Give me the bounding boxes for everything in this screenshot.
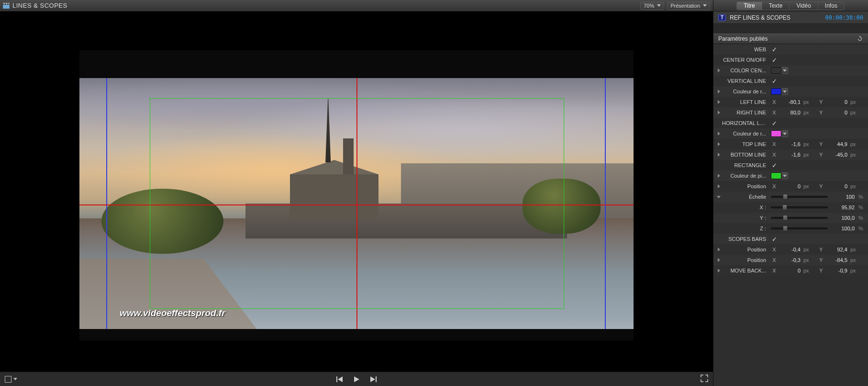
svg-rect-0 [3,4,10,9]
slider-echelle-y[interactable] [771,217,828,219]
tab-texte[interactable]: Texte [762,1,790,10]
value-x[interactable]: 0 [779,268,801,273]
tab-video[interactable]: Vidéo [789,1,818,10]
value-y[interactable]: -0,9 [826,268,848,273]
value-y[interactable]: 92,4 [826,247,848,252]
prev-frame-button[interactable] [336,376,344,383]
param-center-onoff: CENTER ON/OFF ✓ [713,55,868,65]
crop-tool-button[interactable] [5,376,17,383]
svg-marker-7 [859,36,860,38]
checkbox-web[interactable]: ✓ [771,46,777,53]
param-color-rectangle: Couleur de pi... [713,170,868,181]
param-move-back: MOVE BACK... X 0 px Y -0,9 px [713,265,868,276]
tab-titre[interactable]: Titre [736,1,762,10]
param-label: Z : [722,226,769,231]
svg-rect-2 [336,376,337,382]
slider-echelle-x[interactable] [771,206,828,208]
next-frame-button[interactable] [369,376,377,383]
chevron-down-icon [703,4,707,7]
checkbox-scopes-bars[interactable]: ✓ [771,236,777,243]
color-swatch-vertical[interactable] [771,88,788,95]
param-right-line: RIGHT LINE X 80,0 px Y 0 px [713,107,868,118]
value-y[interactable]: 0 [826,110,848,115]
viewer-footer [0,372,713,386]
param-label: X : [722,204,769,210]
svg-marker-5 [370,376,375,382]
value-y[interactable]: 0 [826,183,848,189]
disclosure-icon[interactable] [718,68,720,72]
value-x[interactable]: -0,4 [779,247,801,252]
param-label: LEFT LINE [722,99,769,105]
param-label: BOTTOM LINE [722,152,769,158]
slider-echelle-z[interactable] [771,227,828,229]
param-rect-position: Position X 0 px Y 0 px [713,181,868,192]
checkbox-horizontal[interactable]: ✓ [771,120,777,127]
param-echelle-z: Z : 100,0 % [713,223,868,234]
checkbox-center[interactable]: ✓ [771,57,777,64]
value-x[interactable]: -0,3 [779,257,801,263]
value-x[interactable]: -1,6 [779,152,801,158]
disclosure-icon[interactable] [718,174,720,178]
color-swatch-center[interactable] [771,67,788,74]
param-color-center: COLOR CEN... [713,65,868,76]
axis-x-label: X [771,99,778,105]
param-echelle: Échelle 100 % [713,192,868,202]
viewer-title: LINES & SCOPES [12,2,67,9]
slider-value[interactable]: 100,0 [832,215,855,221]
play-button[interactable] [353,376,360,383]
param-horizontal-line: HORIZONTAL LINE ✓ [713,118,868,128]
param-label: RECTANGLE [722,162,769,168]
clapboard-icon [3,3,10,9]
disclosure-icon[interactable] [717,196,721,198]
value-x[interactable]: 0 [779,183,801,189]
param-label: COLOR CEN... [722,68,769,73]
checkbox-vertical[interactable]: ✓ [771,78,777,85]
tab-infos[interactable]: Infos [818,1,845,10]
disclosure-icon[interactable] [718,100,720,104]
param-color-horizontal: Couleur de r... [713,128,868,139]
zoom-dropdown[interactable]: 70% [640,1,664,10]
inspector-title: REF LINES & SCOPES [730,14,790,21]
disclosure-icon[interactable] [718,269,720,272]
value-y[interactable]: 44,9 [826,141,848,147]
param-label: MOVE BACK... [722,268,769,273]
timecode: 00:00:30:00 [825,14,863,21]
disclosure-icon[interactable] [718,153,720,157]
param-label: SCOPES BARS [722,236,769,242]
disclosure-icon[interactable] [718,132,720,136]
value-y[interactable]: -45,0 [826,152,848,158]
video-canvas[interactable]: www.videoeffectsprod.fr [79,50,634,341]
value-y[interactable]: 0 [826,99,848,105]
disclosure-icon[interactable] [718,142,720,146]
color-swatch-rectangle[interactable] [771,172,788,179]
param-label: Position [722,257,769,263]
params-list: WEB ✓ CENTER ON/OFF ✓ COLOR CEN... VERTI… [713,44,868,386]
viewer-body: www.videoeffectsprod.fr [0,11,713,372]
param-top-line: TOP LINE X -1,6 px Y 44,9 px [713,139,868,149]
presentation-dropdown[interactable]: Présentation [667,1,710,10]
slider-echelle[interactable] [771,196,828,198]
param-label: Y : [722,215,769,221]
disclosure-icon[interactable] [718,184,720,188]
value-y[interactable]: -84,5 [826,257,848,263]
param-label: Échelle [722,194,769,200]
value-x[interactable]: -1,6 [779,141,801,147]
param-label: Position [722,183,769,189]
disclosure-icon[interactable] [718,258,720,262]
disclosure-icon[interactable] [718,90,720,93]
disclosure-icon[interactable] [718,111,720,114]
slider-value[interactable]: 95,92 [832,204,855,210]
slider-value[interactable]: 100 [832,194,855,200]
fullscreen-button[interactable] [701,375,708,384]
color-swatch-horizontal[interactable] [771,130,788,137]
disclosure-icon[interactable] [718,248,720,251]
value-x[interactable]: -80,1 [779,99,801,105]
slider-value[interactable]: 100,0 [832,226,855,231]
inspector-tab-bar: Titre Texte Vidéo Infos [713,0,868,11]
reset-icon[interactable] [857,35,863,42]
value-x[interactable]: 80,0 [779,110,801,115]
title-type-icon: T [718,14,726,21]
param-label: WEB [722,46,769,52]
checkbox-rectangle[interactable]: ✓ [771,162,777,169]
inspector-pane: Titre Texte Vidéo Infos T REF LINES & SC… [713,0,868,386]
